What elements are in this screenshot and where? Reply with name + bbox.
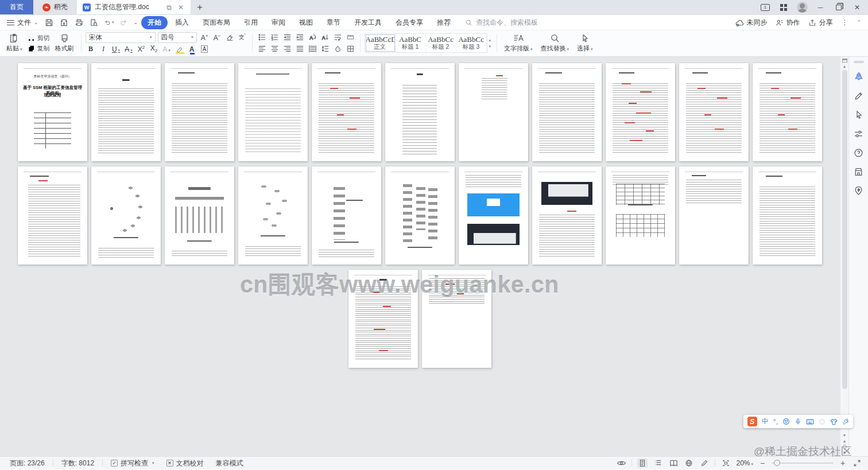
ui-mode-button[interactable]: 1	[758, 2, 773, 13]
phonetic-button[interactable]: 文˘	[237, 32, 248, 42]
char-shading-button[interactable]: A	[199, 44, 210, 55]
tshirt-icon[interactable]	[830, 418, 838, 425]
print-button[interactable]	[74, 17, 84, 28]
cursor-icon[interactable]	[854, 110, 864, 120]
fullscreen-icon[interactable]	[852, 459, 862, 468]
page-thumbnail-24[interactable]	[422, 270, 491, 368]
fit-page-icon[interactable]	[720, 459, 731, 468]
page-thumbnail-20[interactable]	[606, 166, 675, 265]
minimize-button[interactable]: ─	[813, 2, 828, 13]
sliders-icon[interactable]	[854, 129, 864, 139]
style-card-3[interactable]: AaBbCc标题 2	[426, 34, 456, 52]
share-button[interactable]: 分享	[808, 18, 832, 28]
page-thumbnail-17[interactable]	[385, 166, 455, 265]
grow-font-button[interactable]: A+	[199, 32, 210, 42]
align-left-button[interactable]	[257, 44, 268, 54]
shrink-font-button[interactable]: A−	[212, 32, 223, 42]
style-card-2[interactable]: AaBbC标题 1	[396, 34, 426, 52]
next-page-icon[interactable]: ▼	[843, 450, 847, 455]
docer-tab[interactable]: ❧ 稻壳	[33, 0, 77, 14]
page-view-icon[interactable]	[637, 459, 648, 468]
page-thumbnail-16[interactable]	[312, 166, 381, 265]
page-indicator[interactable]: 页面: 23/26	[6, 459, 49, 468]
tab-preview-icon[interactable]: ⧉	[165, 3, 173, 11]
redo-button[interactable]	[119, 17, 129, 28]
home-tab[interactable]: 首页	[0, 0, 33, 14]
menu-tab-10[interactable]: 推荐	[431, 16, 457, 29]
style-card-1[interactable]: AaBbCcD正文	[365, 34, 396, 52]
menu-tab-7[interactable]: 章节	[320, 16, 347, 29]
new-tab-button[interactable]: +	[191, 0, 209, 14]
page-thumbnail-15[interactable]	[238, 166, 308, 265]
scroll-up-icon[interactable]: ▲	[843, 64, 847, 68]
menu-tab-8[interactable]: 开发工具	[348, 16, 388, 29]
char-ruler-button[interactable]	[345, 32, 356, 42]
outline-button[interactable]: A	[161, 44, 172, 55]
page-thumbnail-22[interactable]	[753, 166, 822, 265]
page-thumbnail-3[interactable]	[165, 63, 234, 161]
sidebar-handle[interactable]	[854, 61, 864, 63]
format-painter-button[interactable]: 格式刷	[52, 33, 77, 53]
apps-grid-button[interactable]	[776, 2, 791, 13]
menu-tab-6[interactable]: 视图	[293, 16, 319, 29]
file-menu[interactable]: 文件 ⌄	[7, 18, 38, 28]
styles-gallery-scroll[interactable]: ▴▾	[487, 32, 493, 55]
numbering-button[interactable]	[269, 32, 280, 42]
underline-button[interactable]: U	[111, 44, 122, 55]
sub-button[interactable]: X2	[149, 44, 160, 55]
ime-lang-toggle[interactable]: 中	[762, 417, 769, 426]
ime-punct-icon[interactable]: °,	[773, 418, 778, 426]
collapse-ribbon-icon[interactable]: ⌃	[857, 20, 861, 25]
doc-proof-button[interactable]: ✕ 文档校对	[162, 459, 208, 468]
vertical-scrollbar[interactable]: ▲ ▼ ▲ ▼	[840, 57, 848, 456]
sogou-logo-icon[interactable]: S	[747, 417, 757, 426]
menu-tab-1[interactable]: 开始	[141, 16, 168, 29]
store-icon[interactable]	[854, 166, 864, 177]
page-thumbnail-1[interactable]: 本科生毕业论文（设计）基于 SSM 框架的工资信息管理系统实现及应用	[18, 63, 87, 161]
bullets-button[interactable]	[257, 32, 268, 42]
indent-dec-button[interactable]	[282, 32, 293, 42]
distribute-button[interactable]	[307, 44, 318, 54]
strike-button[interactable]: A	[123, 44, 134, 55]
wrap-button[interactable]	[332, 32, 343, 42]
indent-inc-button[interactable]	[294, 32, 305, 42]
scrollbar-thumb[interactable]	[842, 70, 847, 389]
flash-pin-icon[interactable]	[854, 185, 864, 196]
browse-object-icon[interactable]	[843, 445, 847, 449]
font-color-button[interactable]: A	[187, 44, 197, 55]
sync-status[interactable]: 未同步	[735, 18, 767, 28]
book-view-icon[interactable]	[668, 459, 679, 468]
edit-pen-icon[interactable]	[699, 459, 710, 468]
page-thumbnail-4[interactable]	[238, 63, 308, 161]
page-thumbnail-21[interactable]	[679, 166, 749, 265]
cut-button[interactable]: 剪切	[28, 34, 50, 42]
line-spacing-button[interactable]	[320, 44, 331, 54]
page-thumbnail-5[interactable]	[312, 63, 381, 161]
clear-format-button[interactable]	[224, 32, 235, 42]
font-size-select[interactable]: 四号▾	[158, 32, 197, 43]
menu-tab-5[interactable]: 审阅	[265, 16, 292, 29]
skin-icon[interactable]	[819, 418, 826, 425]
rocket-icon[interactable]	[854, 72, 864, 82]
undo-button[interactable]	[104, 17, 114, 28]
spell-check-toggle[interactable]: ✓ 拼写检查	[107, 459, 158, 468]
shading-button[interactable]	[332, 44, 343, 54]
menu-tab-4[interactable]: 引用	[238, 16, 264, 29]
restore-button[interactable]	[831, 2, 846, 13]
wrench-icon[interactable]	[842, 418, 849, 425]
page-thumbnail-11[interactable]	[753, 63, 822, 161]
style-card-4[interactable]: AaBbCc标题 3	[456, 34, 487, 52]
zoom-out-button[interactable]: −	[758, 459, 766, 468]
print-preview-button[interactable]	[89, 17, 99, 28]
menu-tab-3[interactable]: 页面布局	[196, 16, 237, 29]
page-thumbnail-14[interactable]	[165, 166, 234, 265]
emoji-icon[interactable]	[782, 418, 790, 425]
justify-button[interactable]	[294, 44, 305, 54]
page-thumbnail-12[interactable]	[18, 166, 87, 265]
more-menu-icon[interactable]: ⋮	[841, 18, 848, 26]
highlight-button[interactable]	[174, 44, 185, 55]
page-thumbnail-8[interactable]	[532, 63, 602, 161]
italic-button[interactable]: I	[98, 44, 109, 55]
document-tab[interactable]: W 工资信息管理.doc ⧉ ✕	[77, 0, 191, 14]
web-view-icon[interactable]	[684, 459, 694, 468]
